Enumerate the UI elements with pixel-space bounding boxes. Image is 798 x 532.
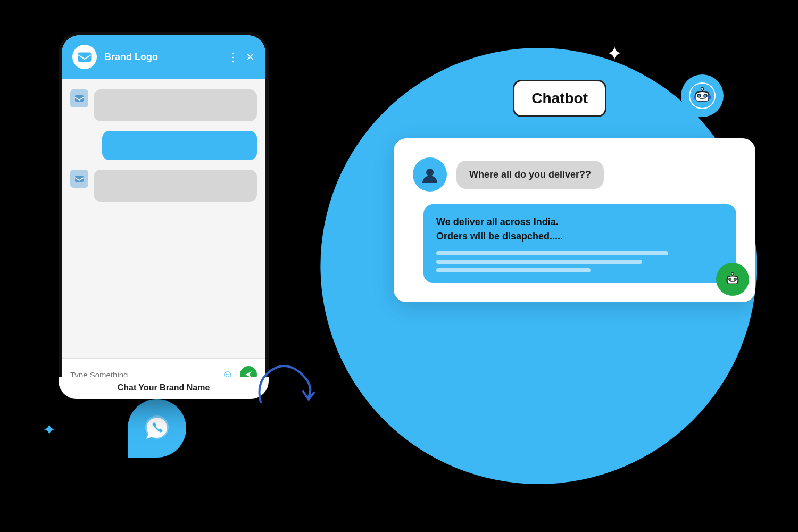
question-text: Where all do you deliver??: [469, 169, 591, 180]
msg-avatar-1: [70, 89, 88, 107]
chat-question-row: Where all do you deliver??: [413, 157, 736, 192]
user-avatar: [413, 157, 447, 192]
sparkle-top-icon: ✦: [606, 43, 622, 65]
svg-rect-0: [78, 53, 91, 62]
phone-chat-body: [62, 79, 265, 358]
curly-arrow: [250, 349, 325, 415]
bot-line-2: [436, 260, 642, 264]
bot-avatar-corner: [716, 263, 749, 296]
bot-response-bubble: We deliver all across India. Orders will…: [423, 204, 736, 283]
svg-point-5: [697, 94, 701, 97]
message-row-3: [70, 170, 257, 202]
message-bubble-blue: [102, 131, 257, 160]
bot-response-text: We deliver all across India. Orders will…: [436, 215, 694, 244]
phone-mockup: Brand Logo ⋮ ✕: [59, 32, 269, 394]
brand-name-label: Brand Logo: [104, 52, 220, 63]
phone-label: Chat Your Brand Name: [62, 377, 265, 390]
chat-card: Where all do you deliver?? We deliver al…: [394, 138, 755, 302]
svg-rect-20: [726, 279, 728, 282]
message-bubble-gray-2: [94, 170, 257, 202]
sparkle-bottom-icon: ✦: [43, 420, 56, 439]
user-question-bubble: Where all do you deliver??: [456, 161, 604, 189]
svg-point-12: [426, 169, 434, 176]
whatsapp-icon: [128, 399, 186, 458]
bot-line-3: [436, 268, 591, 272]
svg-point-16: [734, 278, 736, 281]
svg-point-19: [732, 272, 734, 275]
answer-line-1: We deliver all across India.: [436, 215, 694, 229]
svg-point-6: [704, 94, 707, 97]
bot-response-lines: [436, 251, 694, 272]
message-row-1: [70, 89, 257, 121]
svg-rect-11: [708, 95, 711, 99]
msg-avatar-2: [70, 170, 88, 188]
svg-rect-21: [737, 279, 739, 282]
answer-line-2: Orders will be disapched.....: [436, 229, 694, 244]
menu-icon[interactable]: ⋮: [228, 51, 238, 63]
message-bubble-gray-1: [94, 89, 257, 121]
message-row-2: [70, 131, 257, 160]
bot-icon-top: [681, 74, 724, 117]
chatbot-label-box: Chatbot: [513, 80, 606, 117]
close-icon[interactable]: ✕: [246, 51, 255, 63]
chatbot-title: Chatbot: [531, 90, 588, 106]
svg-point-15: [729, 278, 732, 281]
phone-header-actions[interactable]: ⋮ ✕: [228, 51, 255, 63]
svg-point-9: [701, 88, 704, 90]
brand-avatar: [72, 45, 97, 69]
phone-header: Brand Logo ⋮ ✕: [62, 35, 265, 79]
bot-line-1: [436, 251, 668, 255]
svg-rect-10: [694, 95, 696, 99]
